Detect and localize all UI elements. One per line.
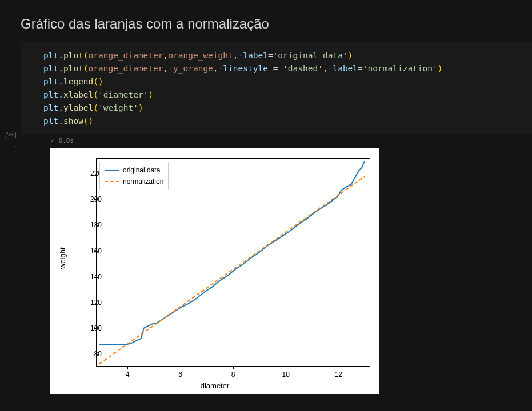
legend-label: normalization xyxy=(123,178,163,186)
legend-swatch-icon xyxy=(105,181,119,182)
code-line-3: plt.legend() xyxy=(43,75,522,88)
plot-legend: original data normalization xyxy=(99,162,169,190)
code-cell[interactable]: plt.plot(orange_diameter,orange_weight,·… xyxy=(21,42,532,135)
y-axis-label: weight xyxy=(58,148,67,368)
gutter-dots: … xyxy=(2,142,17,148)
check-icon: ✓ xyxy=(50,137,54,144)
exec-status: ✓ 0.0s xyxy=(21,135,532,144)
x-tick-label: 8 xyxy=(231,370,235,378)
plot-output: 801001201401601802002204681012 diameter … xyxy=(50,148,379,394)
notebook-cell: [59] … plt.plot(orange_diameter,orange_w… xyxy=(0,42,532,394)
x-tick-label: 4 xyxy=(126,370,130,378)
section-title: Gráfico das laranjas com a normalização xyxy=(0,0,532,42)
code-line-4: plt.xlabel('diameter') xyxy=(43,88,522,102)
x-tick-label: 12 xyxy=(335,370,342,378)
x-tick-label: 10 xyxy=(282,370,290,378)
legend-entry: normalization xyxy=(105,176,163,187)
cell-gutter: [59] … xyxy=(2,42,21,394)
code-line-6: plt.show() xyxy=(43,115,522,128)
code-line-1: plt.plot(orange_diameter,orange_weight,·… xyxy=(43,49,522,62)
chart-series xyxy=(99,176,365,364)
x-axis-label: diameter xyxy=(50,381,379,390)
exec-count: [59] xyxy=(2,131,17,138)
legend-label: original data xyxy=(123,166,160,174)
legend-swatch-icon xyxy=(105,170,119,171)
code-line-5: plt.ylabel('weight') xyxy=(43,102,522,115)
x-tick-label: 6 xyxy=(178,370,182,378)
exec-time: 0.0s xyxy=(59,137,74,144)
code-line-2: plt.plot(orange_diameter,·y_orange,·line… xyxy=(43,62,522,75)
legend-entry: original data xyxy=(105,164,163,176)
